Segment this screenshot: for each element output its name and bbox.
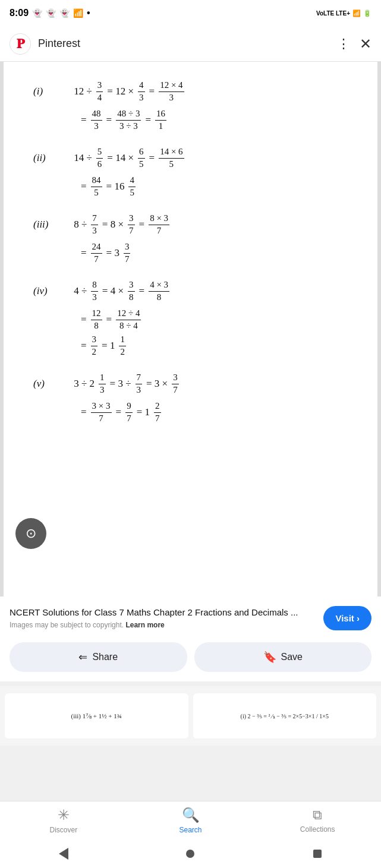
snap-icon3: 👻 [59, 8, 70, 18]
visit-button[interactable]: Visit › [323, 606, 371, 630]
math-block-ii: (ii) 14 ÷ 56 = 14 × 65 = 14 × 65 = 845 =… [33, 146, 348, 198]
thumbnail-preview: (iii) 1⁷⁄₈ + 1½ + 1¾ (i) 2 − ³⁄₅ = ² ⁄₁ … [0, 686, 381, 746]
status-right: VoLTE LTE+ 📶 🔋 [316, 10, 371, 17]
recents-button[interactable] [308, 845, 326, 863]
back-button[interactable] [55, 845, 73, 863]
snap-icon2: 👻 [46, 8, 56, 18]
status-bar: 8:09 👻 👻 👻 📶 • VoLTE LTE+ 📶 🔋 [0, 0, 381, 26]
share-button[interactable]: ⇐ Share [10, 642, 187, 672]
info-text: NCERT Solutions for Class 7 Maths Chapte… [10, 606, 316, 629]
info-title: NCERT Solutions for Class 7 Maths Chapte… [10, 606, 316, 618]
close-icon[interactable]: ✕ [360, 36, 371, 52]
nav-search[interactable]: 🔍 Search [127, 802, 254, 839]
android-nav [0, 839, 381, 868]
math-block-i: (i) 12 ÷ 34 = 12 × 43 = 12 × 43 = 483 = … [33, 80, 348, 132]
snap-icon1: 👻 [32, 8, 42, 18]
math-image: (i) 12 ÷ 34 = 12 × 43 = 12 × 43 = 483 = … [0, 62, 381, 596]
math-block-iii: (iii) 8 ÷ 73 = 8 × 37 = 8 × 37 = 247 = 3… [33, 213, 348, 265]
time: 8:09 [10, 8, 29, 18]
nav-discover[interactable]: ✳ Discover [0, 802, 127, 839]
camera-button[interactable]: ⊙ [15, 518, 46, 549]
app-bar: 𝐏 Pinterest ⋮ ✕ [0, 26, 381, 62]
recents-icon [313, 850, 322, 858]
app-bar-icons: ⋮ ✕ [337, 36, 371, 52]
nav-collections-label: Collections [300, 825, 335, 834]
app-title: Pinterest [38, 37, 337, 50]
share-icon: ⇐ [78, 651, 87, 664]
save-button[interactable]: 🔖 Save [194, 642, 372, 672]
info-section: NCERT Solutions for Class 7 Maths Chapte… [0, 596, 381, 637]
bottom-nav: ✳ Discover 🔍 Search ⧉ Collections [0, 801, 381, 839]
status-dot: • [87, 8, 90, 18]
nav-search-label: Search [179, 826, 201, 834]
menu-dots-icon[interactable]: ⋮ [337, 36, 350, 52]
section-divider [0, 681, 381, 686]
discover-icon: ✳ [58, 807, 70, 823]
main-content: (i) 12 ÷ 34 = 12 × 43 = 12 × 43 = 483 = … [0, 62, 381, 746]
home-icon [186, 850, 194, 858]
action-buttons: ⇐ Share 🔖 Save [0, 637, 381, 681]
signal-icon: 📶 [73, 8, 83, 18]
network-label: VoLTE LTE+ [316, 10, 350, 17]
back-icon [59, 848, 68, 860]
app-logo[interactable]: 𝐏 [10, 33, 31, 55]
camera-icon: ⊙ [26, 526, 36, 541]
pinterest-p-icon: 𝐏 [17, 36, 24, 52]
math-content: (i) 12 ÷ 34 = 12 × 43 = 12 × 43 = 483 = … [15, 74, 366, 444]
math-block-v: (v) 3 ÷ 2 13 = 3 ÷ 73 = 3 × 37 = 3 × 37 … [33, 372, 348, 424]
battery-icon: 🔋 [363, 10, 371, 17]
nav-discover-label: Discover [49, 826, 77, 834]
math-block-iv: (iv) 4 ÷ 83 = 4 × 38 = 4 × 38 = 128 = 12… [33, 279, 348, 358]
thumb-left[interactable]: (iii) 1⁷⁄₈ + 1½ + 1¾ [5, 693, 188, 738]
thumb-right[interactable]: (i) 2 − ³⁄₅ = ² ⁄₁ − ³⁄₅ = 2×5−3×1 / 1×5 [193, 693, 377, 738]
signal-bars: 📶 [352, 10, 361, 17]
bookmark-icon: 🔖 [263, 651, 276, 664]
search-icon: 🔍 [182, 807, 200, 823]
status-left: 8:09 👻 👻 👻 📶 • [10, 8, 90, 18]
collections-icon: ⧉ [313, 807, 322, 823]
home-button[interactable] [181, 845, 199, 863]
nav-collections[interactable]: ⧉ Collections [254, 803, 381, 838]
info-subtitle: Images may be subject to copyright. Lear… [10, 621, 316, 629]
